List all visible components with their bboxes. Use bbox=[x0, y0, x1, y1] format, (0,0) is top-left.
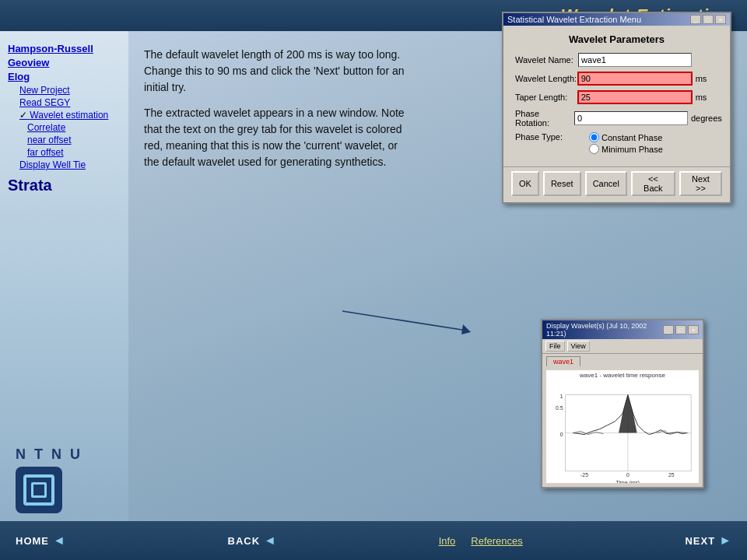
svg-text:25: 25 bbox=[668, 472, 675, 478]
paragraph-2: The extracted wavelet appears in a new w… bbox=[144, 105, 409, 170]
wavelet-window-title: Statistical Wavelet Extraction Menu bbox=[507, 15, 641, 24]
svg-line-0 bbox=[342, 311, 467, 331]
back-button[interactable]: << Back bbox=[631, 171, 675, 196]
back-label[interactable]: BACK bbox=[228, 535, 261, 547]
ok-button[interactable]: OK bbox=[511, 171, 539, 196]
back-group: BACK ◄ bbox=[228, 534, 276, 548]
svg-text:-25: -25 bbox=[580, 472, 588, 478]
display-window-titlebar: Display Wavelet(s) (Jul 10, 2002 11:21) … bbox=[542, 320, 703, 339]
field-input-name[interactable] bbox=[578, 53, 692, 67]
svg-text:0: 0 bbox=[626, 472, 630, 478]
home-group: HOME ◄ bbox=[16, 534, 65, 548]
win-controls: _ □ × bbox=[690, 15, 726, 24]
next-label[interactable]: NEXT bbox=[685, 535, 715, 547]
sidebar-item-correlate[interactable]: Correlate bbox=[27, 122, 121, 133]
win-close-btn[interactable]: × bbox=[715, 15, 726, 24]
references-link[interactable]: References bbox=[471, 535, 522, 547]
sidebar-item-far-offset[interactable]: far offset bbox=[27, 147, 121, 158]
sidebar-item-new-project[interactable]: New Project bbox=[19, 85, 121, 96]
wavelet-svg: 0 0.5 1 -25 0 25 Time (ms) bbox=[546, 380, 699, 483]
sidebar-item-elog[interactable]: Elog bbox=[8, 71, 121, 82]
ntnu-text: N T N U bbox=[16, 446, 82, 463]
wavelet-window-titlebar: Statistical Wavelet Extraction Menu _ □ … bbox=[503, 13, 730, 26]
sidebar-item-near-offset[interactable]: near offset bbox=[27, 135, 121, 145]
radio-constant-phase[interactable]: Constant Phase bbox=[589, 132, 663, 142]
sidebar-section-strata: Strata bbox=[8, 177, 121, 194]
info-link[interactable]: Info bbox=[439, 535, 456, 547]
form-row-name: Wavelet Name: bbox=[515, 53, 718, 67]
ntnu-icon bbox=[16, 467, 62, 513]
sidebar-item-wavelet-estimation[interactable]: Wavelet estimation bbox=[19, 110, 121, 121]
wavelet-extraction-window: Statistical Wavelet Extraction Menu _ □ … bbox=[502, 12, 731, 204]
sidebar-nav: Hampson-Russell Geoview Elog New Project… bbox=[8, 43, 121, 194]
next-arrow-icon[interactable]: ► bbox=[719, 534, 731, 548]
field-label-phase-type: Phase Type: bbox=[515, 132, 589, 142]
display-window-title: Display Wavelet(s) (Jul 10, 2002 11:21) bbox=[546, 322, 663, 338]
display-win-minimize[interactable]: _ bbox=[663, 325, 674, 334]
wavelet-window-body: Wavelet Parameters Wavelet Name: Wavelet… bbox=[503, 26, 730, 166]
wavelet-display-window: Display Wavelet(s) (Jul 10, 2002 11:21) … bbox=[541, 319, 704, 488]
bottom-links: Info References bbox=[439, 535, 523, 547]
home-arrow-icon[interactable]: ◄ bbox=[53, 534, 65, 548]
radio-minimum-phase[interactable]: Minimum Phase bbox=[589, 144, 663, 154]
bottom-bar: HOME ◄ BACK ◄ Info References NEXT ► bbox=[0, 521, 747, 560]
sidebar-item-display-well-tie[interactable]: Display Well Tie bbox=[19, 159, 121, 170]
field-unit-taper: ms bbox=[696, 93, 718, 102]
sidebar-item-geoview[interactable]: Geoview bbox=[8, 57, 121, 68]
svg-text:1: 1 bbox=[560, 394, 563, 399]
back-arrow-icon[interactable]: ◄ bbox=[264, 534, 276, 548]
sidebar-item-hampson-russell[interactable]: Hampson-Russell bbox=[8, 43, 121, 54]
ntnu-icon-inner bbox=[23, 474, 54, 506]
field-label-phase-rotation: Phase Rotation: bbox=[515, 109, 574, 128]
svg-marker-1 bbox=[461, 324, 471, 334]
sidebar-item-read-segy[interactable]: Read SEGY bbox=[19, 97, 121, 108]
win-maximize-btn[interactable]: □ bbox=[703, 15, 714, 24]
field-label-length: Wavelet Length: bbox=[515, 74, 577, 83]
field-label-name: Wavelet Name: bbox=[515, 55, 578, 65]
svg-text:Time (ms): Time (ms) bbox=[616, 480, 640, 483]
display-win-close[interactable]: × bbox=[688, 325, 699, 334]
svg-text:0.5: 0.5 bbox=[556, 405, 563, 411]
description-area: The default wavelet length of 200 ms is … bbox=[144, 47, 409, 170]
wavelet-params-title: Wavelet Parameters bbox=[515, 33, 718, 45]
next-button[interactable]: Next >> bbox=[679, 171, 722, 196]
phase-options: Constant Phase Minimum Phase bbox=[589, 132, 663, 154]
home-label[interactable]: HOME bbox=[16, 535, 49, 547]
cancel-button[interactable]: Cancel bbox=[585, 171, 627, 196]
field-unit-phase-rotation: degrees bbox=[691, 114, 718, 123]
toolbar-view[interactable]: View bbox=[567, 341, 590, 352]
field-input-taper[interactable] bbox=[577, 90, 693, 104]
win-minimize-btn[interactable]: _ bbox=[690, 15, 701, 24]
next-group: NEXT ► bbox=[685, 534, 731, 548]
field-input-phase-rotation[interactable] bbox=[574, 111, 688, 125]
ntnu-logo: N T N U bbox=[16, 446, 82, 513]
form-row-taper: Taper Length: ms bbox=[515, 90, 718, 104]
field-label-taper: Taper Length: bbox=[515, 93, 577, 102]
tab-area: wave1 bbox=[542, 354, 703, 366]
display-win-controls: _ □ × bbox=[663, 325, 699, 334]
toolbar-file[interactable]: File bbox=[545, 341, 565, 352]
wavelet-window-footer: OK Reset Cancel << Back Next >> bbox=[503, 166, 730, 202]
wavelet-chart-area: wave1 - wavelet time response 0 0.5 1 -2… bbox=[546, 370, 699, 483]
chart-title: wave1 - wavelet time response bbox=[546, 370, 699, 380]
wavelet-tab[interactable]: wave1 bbox=[546, 356, 580, 366]
display-win-maximize[interactable]: □ bbox=[675, 325, 686, 334]
reset-button[interactable]: Reset bbox=[543, 171, 581, 196]
form-row-phase-type: Phase Type: Constant Phase Minimum Phase bbox=[515, 132, 718, 154]
field-input-length[interactable] bbox=[577, 72, 693, 86]
form-row-length: Wavelet Length: ms bbox=[515, 72, 718, 86]
display-toolbar: File View bbox=[542, 339, 703, 354]
paragraph-1: The default wavelet length of 200 ms is … bbox=[144, 47, 409, 96]
form-row-phase-rotation: Phase Rotation: degrees bbox=[515, 109, 718, 128]
connector-arrow bbox=[342, 307, 498, 338]
field-unit-length: ms bbox=[696, 74, 718, 83]
svg-text:0: 0 bbox=[560, 432, 563, 437]
